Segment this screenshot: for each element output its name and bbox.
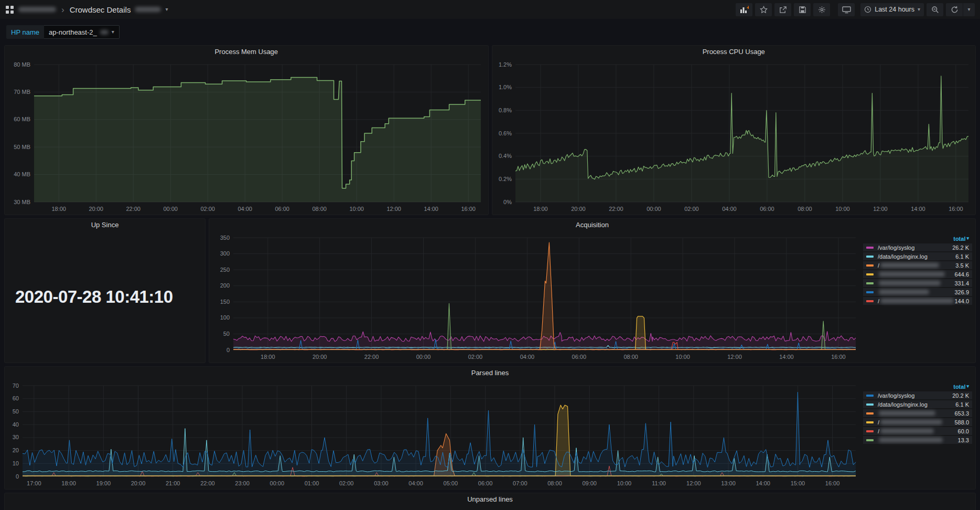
panel-title[interactable]: Unparsed lines — [5, 493, 975, 506]
redacted-text — [135, 7, 161, 12]
svg-text:50 MB: 50 MB — [14, 144, 30, 150]
refresh-button[interactable] — [946, 3, 963, 16]
caret-down-icon: ▾ — [112, 29, 114, 35]
chevron-down-icon[interactable]: ▾ — [165, 7, 168, 12]
panel-title[interactable]: Acquisition — [209, 219, 975, 231]
svg-text:350: 350 — [220, 235, 230, 241]
legend-row: /data/logs/nginx.log6.1 K — [863, 252, 972, 260]
dashboard-grid: Process Mem Usage 80 MB70 MB60 MB50 MB40… — [4, 45, 976, 510]
panel-title[interactable]: Parsed lines — [5, 367, 975, 379]
svg-text:00:00: 00:00 — [416, 354, 431, 360]
legend-total-value: 13.3 — [958, 437, 969, 443]
caret-down-icon: ▾ — [966, 384, 969, 389]
svg-text:40: 40 — [13, 421, 19, 428]
svg-text:00:00: 00:00 — [270, 480, 285, 486]
share-button[interactable] — [774, 3, 791, 16]
legend-series-label[interactable]: / — [878, 419, 879, 426]
panel-title[interactable]: Up Since — [5, 219, 205, 231]
svg-text:11:00: 11:00 — [652, 480, 666, 486]
settings-gear-icon[interactable] — [813, 3, 830, 16]
svg-text:0: 0 — [16, 473, 19, 480]
legend-row: 13.3 — [863, 436, 972, 444]
star-button[interactable] — [755, 3, 772, 16]
legend-row: /var/log/syslog26.2 K — [863, 243, 972, 251]
legend-total-value: 331.4 — [954, 280, 969, 286]
legend-series-label[interactable]: /data/logs/nginx.log — [878, 253, 928, 260]
caret-down-icon: ▾ — [918, 7, 920, 12]
apps-grid-icon[interactable] — [5, 5, 14, 14]
redacted-text — [880, 263, 939, 268]
legend-series-label[interactable]: /var/log/syslog — [878, 245, 914, 251]
svg-text:0%: 0% — [503, 199, 512, 205]
legend-total-value: 588.0 — [954, 419, 969, 426]
legend-series-label[interactable]: / — [878, 298, 879, 304]
panel-title[interactable]: Process CPU Usage — [492, 46, 976, 58]
legend-row: /var/log/syslog20.2 K — [863, 391, 972, 399]
svg-text:23:00: 23:00 — [235, 480, 250, 486]
redacted-text — [100, 30, 109, 35]
svg-text:10:00: 10:00 — [835, 206, 850, 212]
svg-text:15:00: 15:00 — [791, 480, 805, 486]
redacted-text — [880, 429, 934, 433]
legend-series-label[interactable]: / — [878, 262, 879, 269]
svg-text:08:00: 08:00 — [623, 354, 638, 360]
svg-text:06:00: 06:00 — [572, 354, 587, 360]
svg-text:08:00: 08:00 — [547, 480, 562, 486]
template-variable: HP name ap-northeast-2_ ▾ — [6, 25, 120, 39]
legend-row: 644.6 — [863, 270, 972, 278]
save-button[interactable] — [794, 3, 811, 16]
refresh-interval-dropdown[interactable]: ▾ — [963, 3, 975, 16]
svg-text:14:00: 14:00 — [756, 480, 770, 486]
svg-text:02:00: 02:00 — [684, 206, 699, 212]
process-cpu-usage-chart[interactable]: 1.2%1.0%0.8%0.6%0.4%0.2%0%18:0020:0022:0… — [492, 58, 976, 215]
svg-text:02:00: 02:00 — [200, 206, 215, 212]
dashboard-title[interactable]: Crowdsec Details — [70, 5, 131, 14]
series-color-swatch — [866, 300, 874, 302]
parsed-lines-chart[interactable]: 70605040302010017:0018:0019:0020:0021:00… — [5, 379, 863, 489]
cycle-view-mode-button[interactable] — [838, 3, 855, 16]
svg-text:150: 150 — [220, 299, 230, 305]
svg-text:06:00: 06:00 — [478, 480, 493, 486]
svg-text:20:00: 20:00 — [89, 206, 103, 212]
caret-down-icon: ▾ — [966, 236, 969, 241]
svg-text:04:00: 04:00 — [520, 354, 535, 360]
redacted-text — [879, 272, 945, 277]
svg-text:30: 30 — [13, 434, 19, 440]
legend-header[interactable]: total▾ — [863, 235, 972, 242]
time-range-label: Last 24 hours — [875, 6, 914, 13]
svg-text:30 MB: 30 MB — [14, 199, 30, 205]
svg-text:70 MB: 70 MB — [14, 89, 30, 95]
svg-text:10: 10 — [13, 460, 19, 466]
legend-row: 653.3 — [863, 409, 972, 417]
legend-series-label[interactable]: /data/logs/nginx.log — [878, 401, 928, 408]
redacted-text — [879, 411, 935, 416]
variable-label: HP name — [6, 25, 44, 39]
legend-row: /588.0 — [863, 418, 972, 426]
up-since-value: 2020-07-28 10:41:10 — [5, 231, 205, 363]
legend-total-value: 20.2 K — [952, 392, 969, 399]
zoom-out-button[interactable] — [927, 3, 943, 16]
svg-text:18:00: 18:00 — [61, 480, 76, 486]
svg-text:14:00: 14:00 — [911, 206, 925, 212]
acquisition-chart[interactable]: 35030025020015010050018:0020:0022:0000:0… — [209, 231, 863, 363]
hp-name-select[interactable]: ap-northeast-2_ ▾ — [44, 25, 120, 39]
svg-text:0: 0 — [227, 347, 230, 353]
svg-text:20:00: 20:00 — [313, 354, 327, 360]
time-range-picker[interactable]: Last 24 hours ▾ — [860, 3, 924, 16]
svg-text:22:00: 22:00 — [609, 206, 623, 212]
legend-total-value: 6.1 K — [955, 253, 969, 260]
svg-text:14:00: 14:00 — [424, 206, 438, 212]
svg-text:16:00: 16:00 — [949, 206, 963, 212]
svg-text:20:00: 20:00 — [131, 480, 146, 486]
process-mem-usage-chart[interactable]: 80 MB70 MB60 MB50 MB40 MB30 MB18:0020:00… — [5, 58, 488, 215]
panel-title[interactable]: Process Mem Usage — [5, 46, 488, 58]
legend-series-label[interactable]: / — [878, 428, 879, 434]
svg-text:01:00: 01:00 — [305, 480, 319, 486]
add-panel-button[interactable]: + — [736, 3, 752, 16]
legend-header[interactable]: total▾ — [863, 382, 972, 390]
legend-series-label[interactable]: /var/log/syslog — [878, 392, 914, 399]
legend-row: 326.9 — [863, 288, 972, 296]
legend-row: /144.0 — [863, 297, 972, 305]
panel-process-mem-usage: Process Mem Usage 80 MB70 MB60 MB50 MB40… — [4, 45, 489, 215]
svg-text:12:00: 12:00 — [727, 354, 742, 360]
